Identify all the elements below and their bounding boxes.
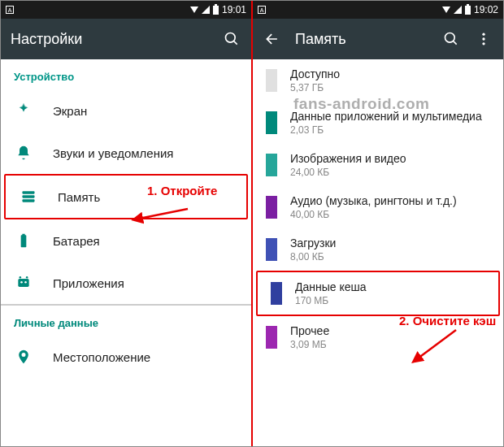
app-bar: Память: [253, 19, 503, 59]
mem-size: 24,00 КБ: [290, 167, 490, 178]
item-location[interactable]: Местоположение: [1, 336, 251, 378]
svg-point-13: [482, 37, 484, 40]
wifi-icon: [442, 7, 450, 13]
mem-label: Данные кеша: [295, 280, 485, 293]
mem-other[interactable]: Прочее 3,09 МБ: [253, 316, 503, 358]
color-swatch: [266, 154, 277, 176]
svg-rect-2: [23, 191, 35, 193]
color-swatch: [266, 238, 277, 261]
search-icon[interactable]: [222, 29, 241, 49]
battery-icon: [465, 6, 471, 15]
storage-icon: [19, 187, 38, 206]
svg-line-11: [454, 41, 457, 45]
mem-cache[interactable]: Данные кеша 170 МБ: [256, 271, 500, 316]
svg-rect-7: [18, 279, 28, 287]
settings-list: Устройство Экран Звуки и уведомления Пам…: [1, 59, 251, 446]
item-label: Приложения: [53, 276, 238, 290]
clock: 19:01: [222, 4, 246, 15]
signal-icon: [454, 6, 462, 14]
color-swatch: [271, 282, 282, 305]
item-label: Батарея: [53, 234, 238, 248]
mem-size: 8,00 КБ: [290, 251, 490, 263]
color-swatch: [266, 111, 277, 134]
signal-icon: [202, 6, 210, 14]
wifi-icon: [190, 7, 198, 13]
svg-point-5: [20, 276, 22, 279]
svg-point-6: [26, 276, 28, 279]
item-label: Экран: [53, 104, 238, 118]
display-icon: [14, 101, 33, 120]
memory-list: Доступно 5,37 ГБ Данные приложений и мул…: [253, 59, 503, 446]
mem-images[interactable]: Изображения и видео 24,00 КБ: [253, 144, 503, 186]
color-swatch: [266, 69, 277, 92]
color-swatch: [266, 196, 277, 219]
overflow-icon[interactable]: [474, 29, 493, 49]
battery-icon: [213, 6, 219, 15]
svg-rect-4: [23, 199, 35, 202]
mem-audio[interactable]: Аудио (музыка, рингтоны и т.д.) 40,00 КБ: [253, 186, 503, 228]
mem-size: 170 МБ: [295, 295, 485, 306]
item-sounds[interactable]: Звуки и уведомления: [1, 132, 251, 174]
item-label: Местоположение: [53, 350, 238, 364]
item-apps[interactable]: Приложения: [1, 262, 251, 304]
mem-label: Загрузки: [290, 237, 490, 250]
item-label: Память: [58, 190, 233, 204]
battery-icon: [14, 231, 33, 250]
status-bar: A 19:01: [1, 1, 251, 19]
svg-point-12: [482, 33, 484, 36]
status-bar: A 19:02: [253, 1, 503, 19]
back-icon[interactable]: [263, 29, 282, 49]
section-personal: Личные данные: [1, 306, 251, 336]
location-icon: [14, 347, 33, 367]
mem-size: 5,37 ГБ: [290, 82, 490, 93]
section-device: Устройство: [1, 59, 251, 89]
color-swatch: [266, 326, 277, 349]
item-memory[interactable]: Память: [4, 174, 248, 219]
search-icon[interactable]: [441, 29, 461, 49]
svg-point-10: [445, 33, 455, 43]
memory-panel: A 19:02 Память Доступно 5,37 ГБ: [253, 1, 503, 446]
mem-apps[interactable]: Данные приложений и мультимедиа 2,03 ГБ: [253, 102, 503, 144]
mem-label: Изображения и видео: [290, 152, 490, 165]
bell-icon: [14, 143, 33, 163]
svg-line-1: [234, 41, 237, 45]
settings-panel: A 19:01 Настройки Устройство Экран: [1, 1, 251, 446]
mem-available[interactable]: Доступно 5,37 ГБ: [253, 59, 503, 102]
item-display[interactable]: Экран: [1, 89, 251, 132]
mem-size: 40,00 КБ: [290, 209, 490, 220]
clock: 19:02: [474, 4, 498, 15]
svg-point-8: [20, 281, 23, 284]
mem-size: 3,09 МБ: [290, 339, 490, 350]
apps-icon: [14, 273, 33, 293]
page-title: Память: [295, 31, 428, 48]
mem-label: Прочее: [290, 324, 490, 337]
svg-point-9: [24, 281, 27, 284]
item-battery[interactable]: Батарея: [1, 219, 251, 262]
item-label: Звуки и уведомления: [53, 146, 238, 160]
mem-size: 2,03 ГБ: [290, 124, 490, 136]
mem-label: Данные приложений и мультимедиа: [290, 110, 490, 123]
page-title: Настройки: [11, 31, 209, 48]
mem-label: Аудио (музыка, рингтоны и т.д.): [290, 194, 490, 207]
mem-label: Доступно: [290, 67, 490, 80]
svg-point-0: [226, 33, 236, 43]
app-bar: Настройки: [1, 19, 251, 59]
mem-downloads[interactable]: Загрузки 8,00 КБ: [253, 228, 503, 271]
svg-point-14: [482, 42, 484, 45]
svg-rect-3: [23, 195, 35, 197]
